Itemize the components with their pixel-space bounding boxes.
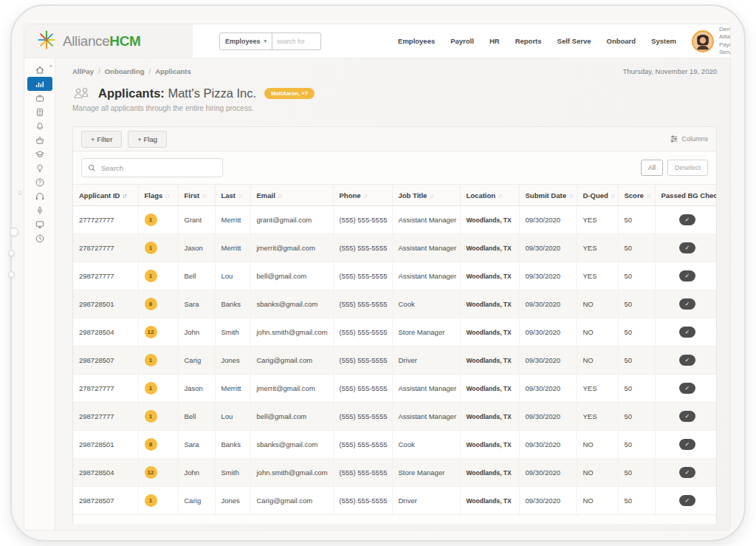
- deselect-button[interactable]: Deselect: [667, 160, 708, 176]
- global-search-input[interactable]: [272, 33, 321, 50]
- tablet-power-button: [10, 228, 18, 236]
- cell-submit-date: 09/30/2020: [519, 318, 577, 347]
- cell-email: john.smith@gmail.com: [250, 318, 333, 347]
- cell-applicant-id: 298728504: [73, 459, 138, 487]
- column-header-first[interactable]: First↓↑: [178, 185, 215, 206]
- nav-payroll[interactable]: Payroll: [450, 37, 474, 45]
- column-header-score[interactable]: Score↓↑: [618, 185, 655, 206]
- cell-submit-date: 09/30/2020: [519, 234, 577, 262]
- column-header-last[interactable]: Last↓↑: [215, 185, 250, 206]
- table-row[interactable]: 2987285018SaraBankssbanks@gmail.com(555)…: [73, 290, 717, 318]
- breadcrumb-item-applicants[interactable]: Applicants: [155, 67, 191, 75]
- column-header-location[interactable]: Location↓↑: [460, 185, 519, 206]
- user-menu[interactable]: Demo - AlliancePayroll Services ▾: [692, 26, 731, 57]
- sidebar-item-help[interactable]: [27, 175, 52, 189]
- cell-passed-bg-check: ✓: [655, 375, 717, 403]
- cell-passed-bg-check: ✓: [655, 290, 717, 318]
- columns-button[interactable]: Columns: [670, 134, 708, 143]
- table-row[interactable]: 2787277771JasonMerrittjmerrit@gmail.com(…: [73, 234, 717, 262]
- sidebar-item-analytics[interactable]: [27, 77, 52, 91]
- table-row[interactable]: 2987277771BellLoubell@gmail.com(555) 555…: [73, 262, 717, 290]
- analytics-icon: [35, 79, 45, 89]
- add-filter-button[interactable]: + Filter: [81, 131, 122, 148]
- bg-check-passed-icon: ✓: [679, 467, 695, 478]
- table-row[interactable]: 2787277771JasonMerrittjmerrit@gmail.com(…: [73, 375, 717, 403]
- cell-email: sbanks@gmail.com: [250, 431, 333, 459]
- graduation-cap-icon: [35, 149, 45, 160]
- sidebar-item-headset[interactable]: [27, 189, 52, 203]
- cell-last-name: Smith: [215, 459, 250, 487]
- sidebar-item-briefcase[interactable]: [27, 91, 52, 105]
- app-logo[interactable]: AllianceHCM: [24, 24, 193, 58]
- tablet-volume-down-button: [8, 271, 15, 278]
- cell-email: jmerrit@gmail.com: [250, 375, 333, 403]
- sidebar-item-home[interactable]: [27, 63, 52, 77]
- nav-system[interactable]: System: [651, 37, 676, 45]
- table-row[interactable]: 2987285018SaraBankssbanks@gmail.com(555)…: [73, 431, 717, 459]
- table-row[interactable]: 29872850412JohnSmithjohn.smith@gmail.com…: [73, 318, 717, 347]
- add-flag-button[interactable]: + Flag: [128, 131, 167, 148]
- table-row[interactable]: 2987285071CarigJonesCarig@gmail.com(555)…: [73, 347, 717, 375]
- table-row[interactable]: 29872850412JohnSmithjohn.smith@gmail.com…: [73, 459, 717, 487]
- column-header-phone[interactable]: Phone↓↑: [333, 185, 392, 206]
- sidebar-item-lightbulb[interactable]: [27, 161, 52, 175]
- column-header-flags[interactable]: Flags↓↑: [138, 185, 178, 206]
- column-label: Applicant ID: [79, 191, 120, 199]
- sidebar-item-monitor[interactable]: [27, 217, 52, 231]
- bg-check-passed-icon: ✓: [679, 270, 695, 281]
- sort-arrows-icon: ↓↑: [568, 192, 573, 199]
- cell-score: 50: [618, 459, 655, 487]
- sidebar-item-graduation-cap[interactable]: [27, 147, 52, 161]
- breadcrumb-item-onboarding[interactable]: Onboarding: [105, 67, 145, 75]
- sidebar-item-clock[interactable]: [27, 231, 52, 245]
- location-filter-badge[interactable]: MattAaron, +7: [264, 88, 315, 99]
- cell-location: Woodlands, TX: [460, 318, 519, 347]
- cell-d-qued: NO: [577, 431, 618, 459]
- cell-flags: 8: [138, 431, 178, 459]
- breadcrumb-row: AllPay/Onboarding/Applicants Thursday, N…: [72, 67, 717, 75]
- table-row[interactable]: 2987277771BellLoubell@gmail.com(555) 555…: [73, 403, 717, 431]
- global-search-group: Employees ▾: [219, 33, 321, 50]
- table-search-input[interactable]: [101, 164, 216, 172]
- column-header-job-title[interactable]: Job Title↓↑: [392, 185, 460, 206]
- search-scope-select[interactable]: Employees ▾: [219, 33, 272, 50]
- nav-employees[interactable]: Employees: [398, 37, 435, 45]
- nav-onboard[interactable]: Onboard: [607, 37, 636, 45]
- cell-email: jmerrit@gmail.com: [250, 234, 333, 262]
- column-label: D-Qued: [583, 191, 608, 199]
- nav-self-serve[interactable]: Self Serve: [557, 37, 591, 45]
- column-header-email[interactable]: Email↓↑: [250, 185, 333, 206]
- selection-buttons: All Deselect: [641, 160, 708, 176]
- column-header-d-qued[interactable]: D-Qued↓↑: [577, 185, 618, 206]
- cell-d-qued: YES: [577, 262, 618, 290]
- sidebar-expand-icon[interactable]: »: [49, 63, 52, 69]
- table-row[interactable]: 2987285071CarigJonesCarig@gmail.com(555)…: [73, 487, 717, 515]
- sort-arrows-icon: ↓↑: [238, 192, 242, 199]
- cell-score: 50: [618, 403, 655, 431]
- table-row[interactable]: 2777277771GrantMerrittgrant@gmail.com(55…: [73, 206, 717, 234]
- nav-hr[interactable]: HR: [489, 37, 500, 45]
- flag-count-badge: 12: [145, 326, 157, 338]
- select-all-button[interactable]: All: [641, 160, 663, 176]
- cell-location: Woodlands, TX: [460, 375, 519, 403]
- cell-last-name: Jones: [215, 487, 250, 515]
- column-header-applicant-id[interactable]: Applicant ID↓↑: [73, 185, 138, 206]
- nav-reports[interactable]: Reports: [515, 37, 542, 45]
- breadcrumb-item-allpay[interactable]: AllPay: [72, 67, 94, 75]
- cell-phone: (555) 555-5555: [333, 459, 392, 487]
- sidebar-item-microphone[interactable]: [27, 203, 52, 217]
- sidebar-item-bell[interactable]: [27, 119, 52, 133]
- column-label: Last: [221, 191, 236, 199]
- sidebar-item-basket[interactable]: [27, 133, 52, 147]
- bg-check-passed-icon: ✓: [679, 242, 695, 253]
- tablet-camera-dot: [18, 191, 22, 194]
- cell-flags: 12: [138, 459, 178, 487]
- cell-phone: (555) 555-5555: [333, 290, 392, 318]
- cell-phone: (555) 555-5555: [333, 487, 392, 515]
- cell-score: 50: [618, 234, 655, 262]
- cell-first-name: Grant: [178, 206, 215, 234]
- cell-flags: 1: [138, 347, 178, 375]
- column-header-submit-date[interactable]: Submit Date↓↑: [519, 185, 577, 206]
- cell-first-name: John: [178, 459, 215, 487]
- sidebar-item-id-badge[interactable]: [27, 105, 52, 119]
